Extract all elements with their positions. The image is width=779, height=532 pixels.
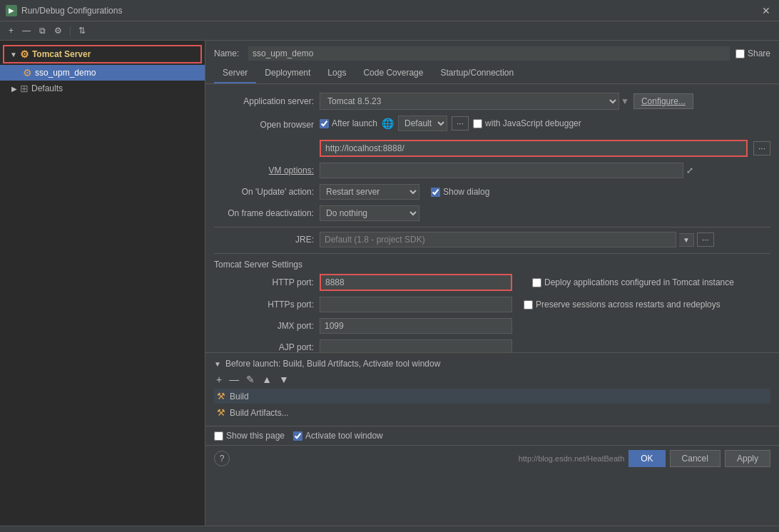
deploy-checkbox[interactable] xyxy=(532,278,541,287)
js-debugger-label[interactable]: with JavaScript debugger xyxy=(473,118,581,128)
preserve-check-label[interactable]: Preserve sessions across restarts and re… xyxy=(524,300,721,310)
configure-button[interactable]: Configure... xyxy=(633,93,693,109)
share-label: Share xyxy=(748,48,770,58)
http-port-row: HTTP port: Deploy applications configure… xyxy=(214,274,770,291)
tab-deployment[interactable]: Deployment xyxy=(256,63,319,83)
browser-icon: 🌐 xyxy=(382,118,394,129)
build-icon: ⚒ xyxy=(217,391,225,401)
tab-server[interactable]: Server xyxy=(214,63,256,83)
tomcat-server-group[interactable]: ▼ ⚙ Tomcat Server xyxy=(3,45,202,63)
defaults-arrow: ▶ xyxy=(11,85,17,93)
launch-up-btn[interactable]: ▲ xyxy=(260,373,274,386)
vm-options-input[interactable] xyxy=(320,163,683,178)
browser-row: After launch 🌐 Default ··· with JavaScri… xyxy=(320,116,581,131)
jmx-port-label: JMX port: xyxy=(214,321,314,331)
jmx-port-input[interactable] xyxy=(320,318,512,334)
open-browser-row: Open browser After launch 🌐 Default ··· xyxy=(214,116,770,134)
vm-input-row: ⤢ xyxy=(320,163,693,178)
name-input[interactable] xyxy=(248,46,730,61)
window-title: Run/Debug Configurations xyxy=(21,6,759,16)
right-panel: Name: Share Server Deployment Logs Code … xyxy=(205,41,779,526)
tomcat-arrow: ▼ xyxy=(10,51,17,58)
on-update-select[interactable]: Restart server xyxy=(320,184,419,200)
launch-down-btn[interactable]: ▼ xyxy=(277,373,291,386)
remove-config-button[interactable]: — xyxy=(19,24,34,37)
after-launch-checkbox-label[interactable]: After launch xyxy=(320,118,377,128)
tab-startup-connection[interactable]: Startup/Connection xyxy=(432,63,522,83)
bottom-bar: ? http://blog.esdn.net/HeatBeath OK Canc… xyxy=(205,445,779,471)
activate-tool-text: Activate tool window xyxy=(305,431,383,441)
on-update-row: On 'Update' action: Restart server Show … xyxy=(214,184,770,200)
show-page-text: Show this page xyxy=(226,431,285,441)
after-launch-checkbox[interactable] xyxy=(320,119,329,128)
bottom-right: http://blog.esdn.net/HeatBeath OK Cancel… xyxy=(519,450,770,467)
http-port-input[interactable] xyxy=(320,274,512,291)
https-port-input[interactable] xyxy=(320,297,512,312)
expand-icon[interactable]: ⤢ xyxy=(686,165,693,175)
right-checkboxes: Deploy applications configured in Tomcat… xyxy=(532,277,734,287)
apply-button[interactable]: Apply xyxy=(725,450,770,467)
on-frame-row: On frame deactivation: Do nothing xyxy=(214,205,770,221)
on-frame-select[interactable]: Do nothing xyxy=(320,205,419,221)
name-row: Name: Share xyxy=(205,41,779,63)
copy-config-button[interactable]: ⧉ xyxy=(36,24,49,37)
build-label: Build xyxy=(230,392,249,401)
jre-extra-btn[interactable]: ··· xyxy=(697,232,714,247)
url-input[interactable] xyxy=(320,140,748,157)
bottom-left: ? xyxy=(214,451,230,466)
before-launch-label: Before launch: Build, Build Artifacts, A… xyxy=(225,359,441,369)
tab-code-coverage[interactable]: Code Coverage xyxy=(355,63,432,83)
before-launch-arrow: ▼ xyxy=(214,360,221,368)
open-browser-label: Open browser xyxy=(214,120,314,130)
open-browser-section: Open browser After launch 🌐 Default ··· xyxy=(214,116,770,157)
launch-edit-btn[interactable]: ✎ xyxy=(244,373,257,386)
vm-options-row: VM options: ⤢ xyxy=(214,163,770,178)
jre-dropdown-btn[interactable]: ▼ xyxy=(679,233,694,247)
launch-remove-btn[interactable]: — xyxy=(227,373,241,386)
preserve-checkbox[interactable] xyxy=(524,300,533,310)
settings-button[interactable]: ⚙ xyxy=(51,24,65,37)
ajp-port-row: AJP port: xyxy=(214,339,770,352)
server-row: Tomcat 8.5.23 ▼ Configure... xyxy=(320,93,693,110)
name-label: Name: xyxy=(214,48,243,58)
help-button[interactable]: ? xyxy=(214,451,230,466)
js-debugger-checkbox[interactable] xyxy=(473,119,482,128)
show-page-label[interactable]: Show this page xyxy=(214,431,285,441)
sso-upm-demo-item[interactable]: ⚙ sso_upm_demo xyxy=(0,65,205,81)
show-page-checkbox[interactable] xyxy=(214,431,223,441)
show-dialog-label[interactable]: Show dialog xyxy=(431,187,489,197)
tomcat-settings-title: Tomcat Server Settings xyxy=(214,260,770,270)
on-update-label: On 'Update' action: xyxy=(214,187,314,197)
add-config-button[interactable]: + xyxy=(6,24,16,37)
tab-logs[interactable]: Logs xyxy=(319,63,355,83)
after-launch-label: After launch xyxy=(332,118,377,128)
window-icon: ▶ xyxy=(6,5,17,16)
preserve-text: Preserve sessions across restarts and re… xyxy=(536,300,721,310)
ajp-port-input[interactable] xyxy=(320,339,512,352)
app-server-label: Application server: xyxy=(214,96,314,106)
jmx-port-row: JMX port: xyxy=(214,318,770,334)
content-area: Application server: Tomcat 8.5.23 ▼ Conf… xyxy=(205,84,779,352)
close-button[interactable]: ✕ xyxy=(759,5,773,16)
share-checkbox[interactable] xyxy=(735,49,745,58)
ajp-port-label: AJP port: xyxy=(214,342,314,352)
cancel-button[interactable]: Cancel xyxy=(670,450,721,467)
status-bar: <constructor-arg value=2 /> xyxy=(0,526,779,532)
url-extra-btn[interactable]: ··· xyxy=(753,141,770,155)
browser-extra-btn[interactable]: ··· xyxy=(452,116,469,131)
main-toolbar: + — ⧉ ⚙ | ⇅ xyxy=(0,21,779,41)
launch-add-btn[interactable]: + xyxy=(214,373,224,386)
sort-button[interactable]: ⇅ xyxy=(76,24,88,37)
jre-input[interactable] xyxy=(320,232,676,247)
browser-select[interactable]: Default xyxy=(398,116,447,131)
deploy-check-label[interactable]: Deploy applications configured in Tomcat… xyxy=(532,277,734,287)
activate-tool-label[interactable]: Activate tool window xyxy=(293,431,383,441)
left-panel: ▼ ⚙ Tomcat Server ⚙ sso_upm_demo ▶ ⊞ Def… xyxy=(0,41,205,526)
app-server-row: Application server: Tomcat 8.5.23 ▼ Conf… xyxy=(214,93,770,110)
ok-button[interactable]: OK xyxy=(628,450,665,467)
app-server-select[interactable]: Tomcat 8.5.23 xyxy=(320,93,619,110)
activate-tool-checkbox[interactable] xyxy=(293,431,302,441)
show-dialog-checkbox[interactable] xyxy=(431,188,440,197)
defaults-item[interactable]: ▶ ⊞ Defaults xyxy=(0,81,205,96)
main-layout: ▼ ⚙ Tomcat Server ⚙ sso_upm_demo ▶ ⊞ Def… xyxy=(0,41,779,526)
